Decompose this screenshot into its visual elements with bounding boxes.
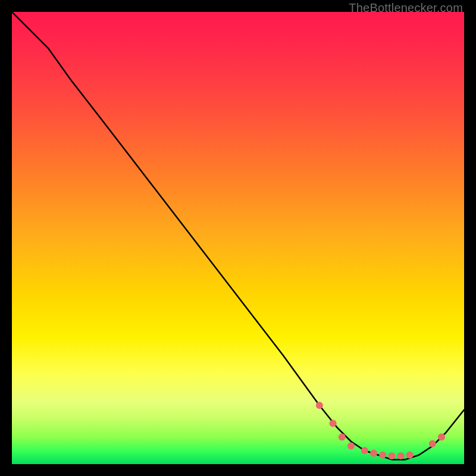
marker-dot [316, 402, 323, 409]
marker-dot [406, 452, 414, 459]
chart-overlay [12, 12, 464, 464]
marker-dot [429, 440, 436, 447]
marker-dot [388, 452, 395, 459]
marker-dot [370, 450, 377, 457]
bottleneck-curve [12, 12, 464, 459]
marker-dot [397, 452, 405, 459]
marker-dot [339, 433, 346, 440]
marker-dot [361, 447, 368, 454]
marker-dot [438, 433, 445, 440]
plot-area [12, 12, 464, 464]
marker-dot [379, 452, 386, 459]
marker-dot [347, 443, 355, 450]
marker-dot [330, 420, 337, 427]
chart-frame: TheBottlenecker.com [0, 0, 476, 476]
